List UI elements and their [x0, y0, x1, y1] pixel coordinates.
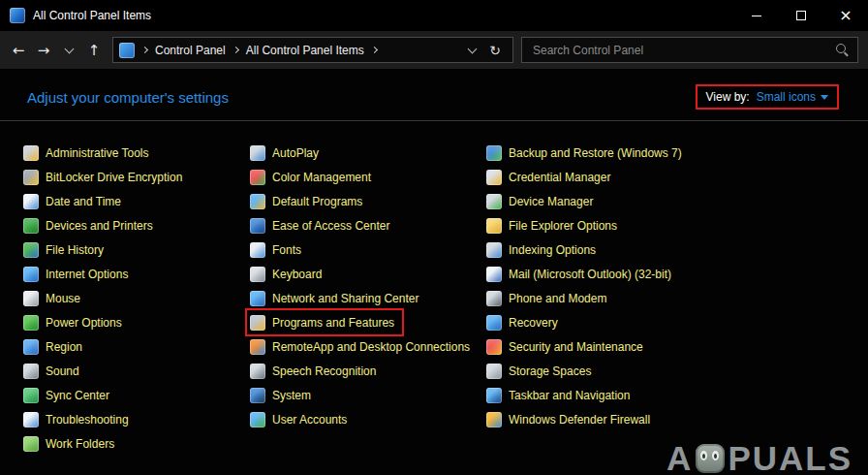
close-button[interactable]: × — [823, 0, 868, 31]
watermark-text-after: PUALS — [728, 441, 852, 475]
item-label: Administrative Tools — [46, 146, 149, 160]
item-system[interactable]: System — [250, 383, 317, 407]
item-device-manager[interactable]: Device Manager — [486, 189, 599, 213]
item-phone-and-modem[interactable]: Phone and Modem — [486, 286, 612, 310]
item-autoplay[interactable]: AutoPlay — [250, 141, 325, 165]
item-label: Credential Manager — [509, 171, 610, 184]
item-sound[interactable]: Sound — [23, 359, 85, 383]
items-grid: Administrative ToolsBitLocker Drive Encr… — [0, 121, 868, 456]
address-bar[interactable]: Control Panel All Control Panel Items ↻ — [112, 37, 513, 63]
search-icon[interactable] — [836, 44, 849, 56]
item-keyboard[interactable]: Keyboard — [250, 262, 327, 286]
back-arrow-icon: ← — [13, 42, 25, 59]
item-default-programs[interactable]: Default Programs — [250, 189, 368, 213]
phone-and-modem-icon — [486, 291, 502, 306]
item-devices-and-printers[interactable]: Devices and Printers — [23, 213, 159, 238]
item-backup-and-restore[interactable]: Backup and Restore (Windows 7) — [486, 141, 688, 165]
item-label: Sound — [46, 364, 79, 378]
item-label: AutoPlay — [272, 146, 319, 160]
item-taskbar-and-navigation[interactable]: Taskbar and Navigation — [486, 383, 636, 407]
storage-spaces-icon — [486, 364, 502, 379]
internet-options-icon — [23, 267, 39, 282]
item-color-management[interactable]: Color Management — [250, 165, 377, 189]
up-button[interactable]: ↑ — [81, 37, 107, 64]
item-date-and-time[interactable]: Date and Time — [23, 189, 127, 213]
breadcrumb-control-panel[interactable]: Control Panel — [149, 44, 232, 57]
item-user-accounts[interactable]: User Accounts — [250, 407, 353, 431]
item-recovery[interactable]: Recovery — [486, 310, 564, 334]
user-accounts-icon — [250, 412, 265, 428]
item-bitlocker-drive-encryption[interactable]: BitLocker Drive Encryption — [23, 165, 188, 189]
item-label: Security and Maintenance — [509, 340, 643, 354]
item-power-options[interactable]: Power Options — [23, 310, 128, 334]
item-storage-spaces[interactable]: Storage Spaces — [486, 359, 597, 383]
item-label: System — [272, 389, 311, 402]
item-label: Color Management — [272, 171, 371, 184]
item-sync-center[interactable]: Sync Center — [23, 383, 115, 407]
bitlocker-drive-encryption-icon — [23, 170, 39, 185]
back-button[interactable]: ← — [6, 37, 31, 64]
troubleshooting-icon — [23, 412, 39, 428]
maximize-button[interactable] — [779, 0, 823, 31]
item-label: Work Folders — [46, 437, 114, 451]
item-network-and-sharing-center[interactable]: Network and Sharing Center — [250, 286, 424, 310]
recent-pages-button[interactable] — [56, 37, 81, 64]
item-file-explorer-options[interactable]: File Explorer Options — [486, 213, 623, 238]
item-region[interactable]: Region — [23, 334, 88, 359]
item-label: Fonts — [272, 243, 301, 257]
refresh-button[interactable]: ↻ — [485, 43, 505, 58]
item-work-folders[interactable]: Work Folders — [23, 431, 120, 456]
item-administrative-tools[interactable]: Administrative Tools — [23, 141, 155, 165]
recovery-icon — [486, 315, 502, 331]
view-by-dropdown[interactable]: Small icons — [757, 90, 828, 104]
item-remoteapp-and-desktop-connections[interactable]: RemoteApp and Desktop Connections — [250, 334, 476, 359]
item-windows-defender-firewall[interactable]: Windows Defender Firewall — [486, 407, 656, 431]
windows-defender-firewall-icon — [486, 412, 502, 428]
default-programs-icon — [250, 194, 265, 209]
item-mouse[interactable]: Mouse — [23, 286, 86, 310]
item-label: Default Programs — [272, 195, 362, 208]
item-troubleshooting[interactable]: Troubleshooting — [23, 407, 135, 431]
network-and-sharing-center-icon — [250, 291, 265, 306]
item-label: Date and Time — [46, 195, 121, 208]
address-dropdown-icon[interactable] — [468, 44, 478, 53]
item-security-and-maintenance[interactable]: Security and Maintenance — [486, 334, 649, 359]
appuals-watermark: A PUALS — [666, 441, 852, 475]
security-and-maintenance-icon — [486, 339, 502, 355]
minimize-button[interactable] — [734, 0, 779, 31]
date-and-time-icon — [23, 194, 39, 209]
item-indexing-options[interactable]: Indexing Options — [486, 238, 602, 262]
forward-button[interactable]: → — [31, 37, 56, 64]
item-fonts[interactable]: Fonts — [250, 238, 307, 262]
up-arrow-icon: ↑ — [88, 42, 101, 59]
item-speech-recognition[interactable]: Speech Recognition — [250, 359, 382, 383]
autoplay-icon — [250, 145, 265, 161]
work-folders-icon — [23, 436, 39, 452]
item-label: Device Manager — [509, 195, 593, 208]
page-title: Adjust your computer's settings — [27, 89, 229, 106]
view-by-label: View by: — [706, 90, 750, 104]
item-internet-options[interactable]: Internet Options — [23, 262, 134, 286]
maximize-icon — [796, 11, 806, 20]
item-file-history[interactable]: File History — [23, 238, 109, 262]
item-label: File History — [46, 243, 104, 257]
region-icon — [23, 339, 39, 355]
items-column: AutoPlayColor ManagementDefault Programs… — [250, 141, 486, 456]
indexing-options-icon — [486, 242, 502, 258]
item-programs-and-features[interactable]: Programs and Features — [247, 310, 402, 334]
credential-manager-icon — [486, 170, 502, 185]
title-bar: All Control Panel Items × — [0, 0, 868, 31]
item-label: Region — [46, 340, 82, 354]
sound-icon — [23, 364, 39, 379]
item-ease-of-access-center[interactable]: Ease of Access Center — [250, 213, 395, 238]
search-input[interactable] — [531, 43, 836, 58]
item-label: File Explorer Options — [509, 219, 617, 233]
item-credential-manager[interactable]: Credential Manager — [486, 165, 616, 189]
remoteapp-and-desktop-connections-icon — [250, 339, 265, 355]
item-label: Network and Sharing Center — [272, 292, 418, 305]
refresh-icon: ↻ — [489, 43, 501, 58]
item-mail[interactable]: Mail (Microsoft Outlook) (32-bit) — [486, 262, 677, 286]
breadcrumb-all-control-panel-items[interactable]: All Control Panel Items — [240, 44, 370, 57]
search-box — [521, 37, 858, 63]
device-manager-icon — [486, 194, 502, 209]
